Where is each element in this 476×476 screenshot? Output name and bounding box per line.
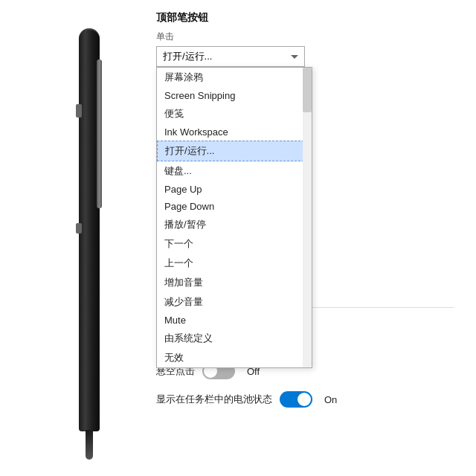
dropdown-item-10[interactable]: 上一个 xyxy=(157,254,312,273)
battery-status-state: On xyxy=(324,394,337,405)
dropdown-item-15[interactable]: 无效 xyxy=(157,348,312,367)
dropdown-list[interactable]: 屏幕涂鸦 Screen Snipping 便笺 Ink Workspace 打开… xyxy=(156,67,312,368)
pen-bottom-button xyxy=(76,223,82,234)
battery-status-label: 显示在任务栏中的电池状态 xyxy=(156,393,272,406)
top-action-dropdown-container: 打开/运行... 屏幕涂鸦 Screen Snipping 便笺 Ink Wor… xyxy=(156,46,305,67)
dropdown-item-14[interactable]: 由系统定义 xyxy=(157,329,312,348)
battery-status-knob xyxy=(298,393,311,406)
battery-status-row: 显示在任务栏中的电池状态 On xyxy=(156,391,454,408)
dropdown-item-7[interactable]: Page Down xyxy=(157,198,312,215)
pen-tip xyxy=(86,430,93,460)
dropdown-item-4[interactable]: 打开/运行... xyxy=(157,141,312,161)
scrollbar-track xyxy=(303,68,312,367)
dropdown-item-13[interactable]: Mute xyxy=(157,312,312,329)
top-button-section-title: 顶部笔按钮 xyxy=(156,11,454,25)
chevron-down-icon xyxy=(291,55,298,59)
dropdown-item-12[interactable]: 减少音量 xyxy=(157,292,312,312)
single-click-label: 单击 xyxy=(156,30,454,43)
dropdown-item-3[interactable]: Ink Workspace xyxy=(157,123,312,141)
pen-top-button xyxy=(76,104,82,118)
top-action-select[interactable]: 打开/运行... xyxy=(156,46,305,67)
dropdown-item-0[interactable]: 屏幕涂鸦 xyxy=(157,68,312,87)
dropdown-item-5[interactable]: 键盘... xyxy=(157,161,312,181)
dropdown-item-2[interactable]: 便笺 xyxy=(157,104,312,123)
pen-clip xyxy=(97,60,102,208)
dropdown-item-1[interactable]: Screen Snipping xyxy=(157,87,312,104)
main-container: 顶部笔按钮 单击 打开/运行... 屏幕涂鸦 Screen Snipping 便… xyxy=(0,0,476,476)
battery-status-toggle[interactable] xyxy=(280,391,312,408)
pen-illustration xyxy=(45,15,134,461)
settings-panel: 顶部笔按钮 单击 打开/运行... 屏幕涂鸦 Screen Snipping 便… xyxy=(156,11,454,408)
top-action-selected-value: 打开/运行... xyxy=(163,50,212,63)
dropdown-item-9[interactable]: 下一个 xyxy=(157,234,312,254)
dropdown-item-11[interactable]: 增加音量 xyxy=(157,273,312,292)
scrollbar-thumb[interactable] xyxy=(303,68,312,112)
dropdown-item-8[interactable]: 播放/暂停 xyxy=(157,215,312,234)
dropdown-item-6[interactable]: Page Up xyxy=(157,181,312,198)
